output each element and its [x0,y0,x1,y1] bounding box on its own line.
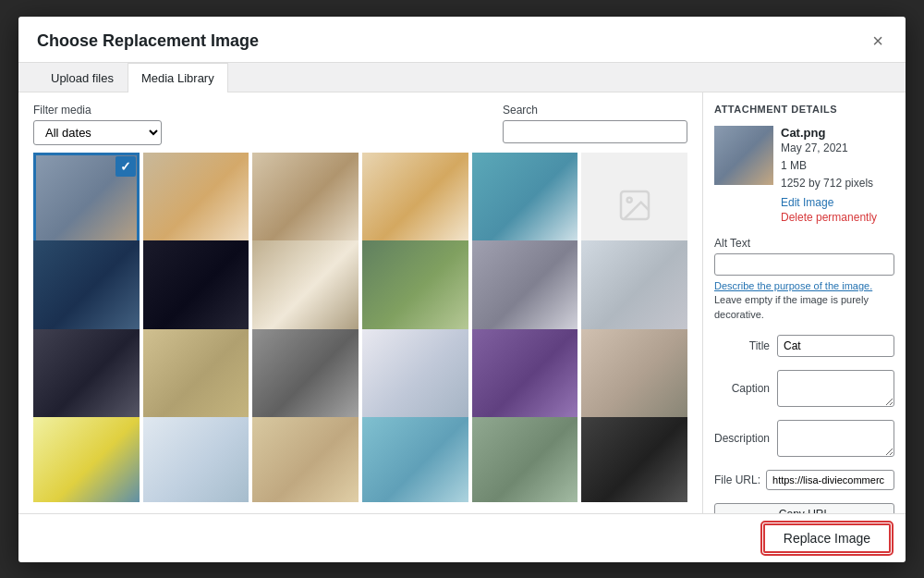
modal-body: Filter media All dates January 2021 Febr… [18,92,906,513]
media-item[interactable] [362,417,468,502]
title-label: Title [714,339,770,352]
search-label: Search [503,104,538,117]
alt-text-description2: Leave empty if the image is purely decor… [714,294,869,319]
media-content: Filter media All dates January 2021 Febr… [18,92,702,513]
search-input[interactable] [503,120,687,143]
caption-label: Caption [714,382,770,395]
attachment-thumbnail [714,126,773,185]
tab-upload[interactable]: Upload files [37,63,128,92]
media-item[interactable] [252,417,359,502]
media-item[interactable] [143,417,249,502]
attachment-preview: Cat.png May 27, 2021 1 MB 1252 by 712 pi… [714,126,894,225]
description-field: Description [714,420,894,457]
attachment-dimensions: 1252 by 712 pixels [781,175,894,192]
attachment-filename: Cat.png [781,126,894,140]
title-input[interactable] [777,335,894,357]
replace-image-button[interactable]: Replace Image [763,523,891,553]
search-section: Search [503,104,687,143]
media-item[interactable] [33,417,140,502]
file-url-label: File URL: [714,473,760,486]
modal-header: Choose Replacement Image × [18,17,906,63]
alt-text-label: Alt Text [714,237,894,250]
media-item[interactable] [581,417,687,502]
caption-input[interactable] [777,370,894,407]
attachment-sidebar: ATTACHMENT DETAILS Cat.png May 27, 2021 … [702,92,906,513]
caption-field: Caption [714,370,894,407]
attachment-info: Cat.png May 27, 2021 1 MB 1252 by 712 pi… [781,126,894,225]
title-field: Title [714,335,894,357]
filter-section: Filter media All dates January 2021 Febr… [33,104,162,145]
modal-footer: Replace Image [18,513,906,562]
attachment-date: May 27, 2021 [781,140,894,157]
attachment-actions: Edit Image Delete permanently [781,196,894,224]
close-button[interactable]: × [869,31,887,50]
attachment-details-header: ATTACHMENT DETAILS [714,104,894,115]
copy-url-button[interactable]: Copy URL [714,503,894,512]
filter-bar: Filter media All dates January 2021 Febr… [33,104,687,145]
attachment-size: 1 MB [781,157,894,175]
tab-bar: Upload files Media Library [18,63,906,92]
edit-image-link[interactable]: Edit Image [781,196,894,209]
media-modal: Choose Replacement Image × Upload files … [18,17,906,562]
description-input[interactable] [777,420,894,457]
alt-text-description: Describe the purpose of the image. Leave… [714,279,894,322]
media-item[interactable] [472,417,578,502]
delete-permanently-link[interactable]: Delete permanently [781,211,894,224]
alt-text-input[interactable] [714,253,894,276]
modal-overlay: Choose Replacement Image × Upload files … [0,0,924,578]
svg-point-1 [626,197,631,202]
media-grid [33,153,687,502]
description-label: Description [714,432,770,445]
filter-select[interactable]: All dates January 2021 February 2021 Mar… [33,120,162,145]
file-url-input[interactable] [766,470,894,490]
alt-text-field: Alt Text Describe the purpose of the ima… [714,237,894,322]
tab-media-library[interactable]: Media Library [128,63,228,92]
file-url-field: File URL: [714,470,894,490]
filter-label: Filter media [33,104,162,117]
modal-title: Choose Replacement Image [37,31,259,51]
